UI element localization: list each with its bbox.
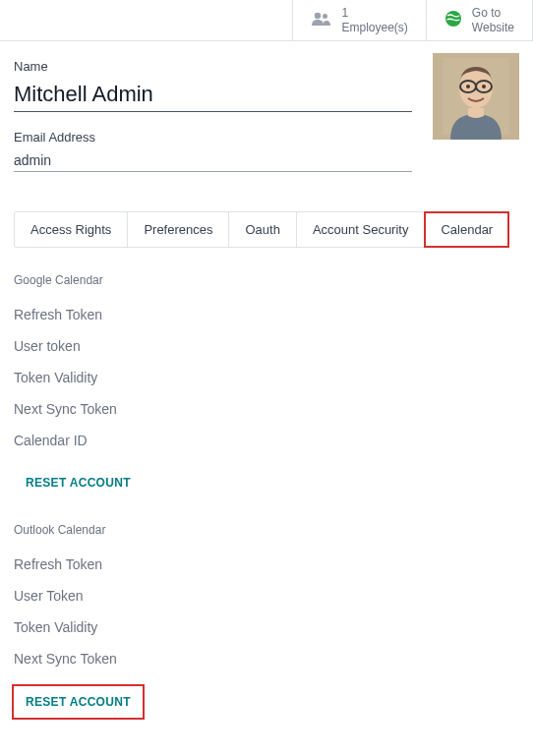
google-token-validity: Token Validity bbox=[14, 362, 519, 393]
users-icon bbox=[311, 11, 332, 29]
tab-calendar[interactable]: Calendar bbox=[425, 212, 508, 247]
outlook-next-sync-token: Next Sync Token bbox=[14, 643, 519, 674]
stat-bar: 1 Employee(s) Go to Website bbox=[0, 0, 533, 41]
tab-oauth[interactable]: Oauth bbox=[229, 212, 296, 247]
tab-preferences[interactable]: Preferences bbox=[128, 212, 229, 247]
outlook-section-title: Outlook Calendar bbox=[14, 523, 519, 537]
website-line1: Go to bbox=[472, 6, 514, 20]
google-calendar-id: Calendar ID bbox=[14, 425, 519, 456]
stat-spacer bbox=[0, 0, 292, 40]
outlook-refresh-token: Refresh Token bbox=[14, 549, 519, 580]
name-input[interactable] bbox=[14, 80, 412, 112]
globe-icon bbox=[444, 10, 462, 30]
outlook-token-validity: Token Validity bbox=[14, 611, 519, 643]
employees-stat-text: 1 Employee(s) bbox=[342, 6, 408, 34]
tabs: Access Rights Preferences Oauth Account … bbox=[14, 211, 509, 248]
email-input[interactable] bbox=[14, 150, 412, 172]
outlook-reset-button[interactable]: RESET ACCOUNT bbox=[14, 686, 143, 718]
svg-point-0 bbox=[314, 13, 320, 19]
google-next-sync-token: Next Sync Token bbox=[14, 393, 519, 425]
avatar[interactable] bbox=[433, 53, 519, 140]
google-section-title: Google Calendar bbox=[14, 273, 519, 287]
svg-point-11 bbox=[482, 85, 486, 88]
form-sheet: Name Email Address Access Rights Prefere… bbox=[0, 41, 533, 737]
employees-stat-button[interactable]: 1 Employee(s) bbox=[292, 0, 426, 40]
google-refresh-token: Refresh Token bbox=[14, 299, 519, 330]
svg-point-10 bbox=[466, 85, 470, 88]
employees-count: 1 bbox=[342, 6, 408, 20]
website-stat-button[interactable]: Go to Website bbox=[426, 0, 533, 40]
outlook-user-token: User Token bbox=[14, 580, 519, 611]
google-reset-button[interactable]: RESET ACCOUNT bbox=[14, 468, 143, 497]
website-stat-text: Go to Website bbox=[472, 6, 514, 34]
website-line2: Website bbox=[472, 21, 514, 34]
svg-point-1 bbox=[323, 14, 327, 19]
tab-access-rights[interactable]: Access Rights bbox=[15, 212, 128, 247]
google-user-token: User token bbox=[14, 330, 519, 362]
employees-label: Employee(s) bbox=[342, 21, 408, 34]
tab-account-security[interactable]: Account Security bbox=[297, 212, 426, 247]
